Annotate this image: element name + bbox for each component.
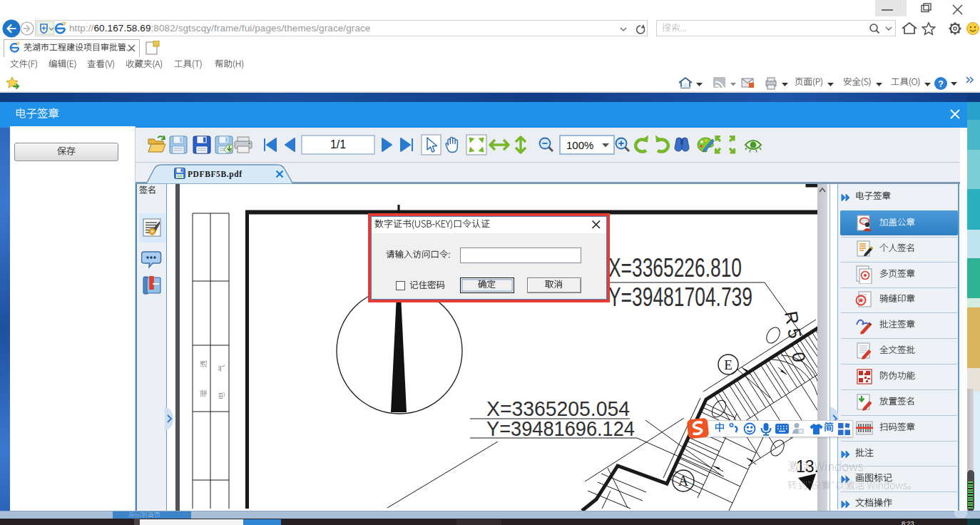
svg-text:Y=39481696.124: Y=39481696.124 — [486, 417, 635, 440]
svg-text:A: A — [678, 473, 689, 489]
svg-text:1/1: 1/1 — [330, 138, 346, 151]
svg-text:Y=39481704.739: Y=39481704.739 — [608, 282, 752, 312]
svg-text:X=3365226.810: X=3365226.810 — [608, 253, 742, 282]
svg-text:100%: 100% — [566, 139, 593, 151]
svg-text:?: ? — [938, 78, 944, 89]
svg-text:E: E — [724, 357, 733, 372]
